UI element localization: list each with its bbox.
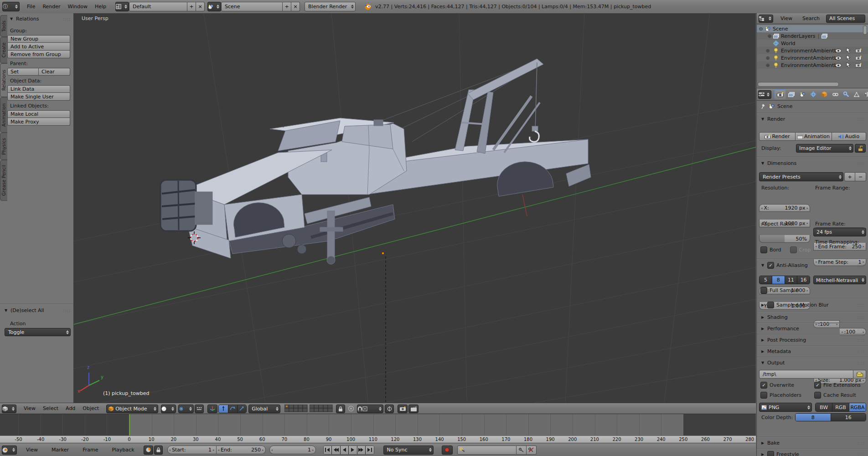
- panel-drag-dots-icon[interactable]: [858, 452, 865, 456]
- parent-clear-button[interactable]: Clear: [39, 68, 70, 76]
- scene-add-button[interactable]: +: [283, 2, 291, 11]
- freestyle-header[interactable]: ▶ Freestyle: [760, 451, 865, 456]
- aa-samples-11[interactable]: 11: [785, 276, 798, 284]
- tab-scene[interactable]: [797, 89, 808, 99]
- editor-type-timeline-button[interactable]: [2, 446, 17, 455]
- panel-drag-dots-icon[interactable]: [858, 161, 865, 166]
- menu-help[interactable]: Help: [91, 2, 110, 12]
- display-select[interactable]: Image Editor: [796, 144, 853, 153]
- make-proxy-button[interactable]: Make Proxy: [7, 118, 70, 126]
- scene-name-field[interactable]: Scene: [221, 2, 283, 11]
- aa-filter-select[interactable]: Mitchell-Netravali: [813, 276, 866, 284]
- editor-type-3d-button[interactable]: [2, 405, 16, 413]
- panel-drag-dots-icon[interactable]: [858, 327, 865, 331]
- shelf-tab-relations[interactable]: Relations: [0, 63, 7, 97]
- start-frame-field[interactable]: ◂Start:1▸: [167, 446, 217, 454]
- opengl-render-anim-button[interactable]: [408, 405, 418, 413]
- render-presets-select[interactable]: Render Presets: [759, 172, 843, 181]
- parent-set-button[interactable]: Set: [7, 68, 39, 76]
- relations-panel-header[interactable]: ▼ Relations: [9, 16, 71, 22]
- expand-icon[interactable]: ⊕: [765, 48, 770, 54]
- tab-constraints[interactable]: [830, 89, 841, 99]
- remove-from-group-button[interactable]: Remove from Group: [7, 51, 70, 58]
- resolution-scale-slider[interactable]: 50%: [759, 235, 810, 243]
- make-local-button[interactable]: Make Local: [7, 110, 70, 118]
- freestyle-checkbox[interactable]: [767, 451, 774, 456]
- audio-button[interactable]: Audio: [832, 132, 866, 141]
- panel-drag-dots-icon[interactable]: [858, 303, 865, 307]
- use-preview-range-toggle[interactable]: [144, 446, 153, 455]
- menu-window[interactable]: Window: [64, 2, 91, 12]
- play-button[interactable]: [349, 446, 357, 454]
- selectability-cursor-icon[interactable]: [846, 55, 851, 61]
- deselect-panel-header[interactable]: ▼ (De)select All: [4, 307, 71, 313]
- snap-peel-toggle[interactable]: [385, 405, 394, 413]
- action-select[interactable]: Toggle: [5, 328, 71, 336]
- panel-drag-dots-icon[interactable]: [63, 308, 71, 313]
- tl-menu-view[interactable]: View: [22, 445, 41, 455]
- full-sample-checkbox[interactable]: [760, 287, 767, 294]
- preset-add-button[interactable]: +: [844, 172, 855, 181]
- resolution-x-field[interactable]: ◂X:1920 px▸: [759, 204, 810, 212]
- tab-world[interactable]: [808, 89, 819, 99]
- channels-rgb[interactable]: RGB: [832, 403, 849, 411]
- sampled-motion-blur-header[interactable]: ▶ Sampled Motion Blur: [760, 302, 865, 308]
- timeline-track[interactable]: -50-40-30-20-100102030405060708090100110…: [0, 414, 756, 443]
- channels-rgba[interactable]: RGBA: [849, 403, 866, 411]
- end-frame-field[interactable]: ◂End:250▸: [217, 446, 266, 454]
- manip-rotate-button[interactable]: [228, 405, 238, 413]
- tab-material[interactable]: [862, 89, 868, 99]
- expand-icon[interactable]: ⊕: [767, 33, 772, 39]
- insert-keyframe-button[interactable]: [517, 446, 527, 455]
- panel-drag-dots-icon[interactable]: [63, 17, 71, 21]
- shading-header[interactable]: ▶Shading: [760, 314, 865, 320]
- outliner-row-world[interactable]: World: [757, 40, 868, 47]
- sync-mode-select[interactable]: No Sync: [383, 446, 434, 455]
- screen-layout-field[interactable]: Default: [129, 2, 187, 11]
- viewport-3d[interactable]: z y x User Persp (1) pickup_towbed: [74, 13, 756, 403]
- outliner-row-lamp-2[interactable]: ⊕ EnvironmentAmbientLi: [757, 54, 868, 61]
- record-button[interactable]: [442, 446, 453, 455]
- screen-layout-add-button[interactable]: +: [187, 2, 196, 11]
- outliner-menu-view[interactable]: View: [777, 14, 796, 24]
- scene-close-button[interactable]: ×: [291, 2, 300, 11]
- anti-aliasing-panel-header[interactable]: ▼ ✓ Anti-Aliasing: [760, 262, 865, 269]
- outliner-row-renderlayers[interactable]: ⊕ RenderLayers |: [757, 32, 868, 40]
- render-button[interactable]: Render: [759, 132, 796, 141]
- render-panel-header[interactable]: ▼Render: [760, 116, 865, 122]
- outliner-vscrollbar[interactable]: [863, 26, 867, 35]
- render-engine-select[interactable]: Blender Render: [305, 2, 356, 11]
- preset-remove-button[interactable]: −: [855, 172, 866, 181]
- collapse-icon[interactable]: ⊖: [758, 26, 764, 32]
- performance-header[interactable]: ▶Performance: [760, 326, 865, 332]
- aa-samples-5[interactable]: 5: [760, 276, 772, 284]
- selectability-cursor-icon[interactable]: [846, 48, 851, 53]
- depth-8[interactable]: 8: [796, 414, 831, 421]
- output-panel-header[interactable]: ▼Output: [760, 360, 865, 366]
- manipulator-toggle[interactable]: [207, 405, 217, 413]
- frame-rate-select[interactable]: 24 fps: [813, 228, 866, 236]
- tab-data[interactable]: [852, 89, 862, 99]
- v3d-menu-object[interactable]: Object: [79, 404, 103, 414]
- delete-keyframe-button[interactable]: [527, 446, 537, 455]
- outliner-menu-search[interactable]: Search: [799, 14, 823, 24]
- add-to-active-button[interactable]: Add to Active: [7, 43, 70, 51]
- tl-menu-marker[interactable]: Marker: [48, 445, 72, 455]
- shelf-tab-grease-pencil[interactable]: Grease Pencil: [0, 160, 7, 201]
- editor-type-outliner-button[interactable]: [759, 15, 773, 23]
- editor-type-properties-button[interactable]: [758, 90, 771, 99]
- motion-blur-checkbox[interactable]: [767, 302, 774, 308]
- prev-keyframe-button[interactable]: [332, 446, 341, 454]
- display-lock-button[interactable]: [855, 144, 866, 153]
- shelf-tab-animation[interactable]: Animation: [0, 97, 7, 133]
- file-format-select[interactable]: PNG: [759, 403, 812, 412]
- manip-scale-button[interactable]: [238, 405, 246, 413]
- output-browse-button[interactable]: [853, 370, 866, 379]
- v3d-menu-add[interactable]: Add: [62, 404, 79, 414]
- truck-model[interactable]: [160, 59, 591, 264]
- panel-drag-dots-icon[interactable]: [858, 263, 865, 268]
- breadcrumb-scene-label[interactable]: Scene: [777, 103, 793, 109]
- snap-controls[interactable]: [357, 405, 383, 413]
- panel-drag-dots-icon[interactable]: [858, 315, 865, 320]
- viewport-shading-select[interactable]: [161, 405, 176, 413]
